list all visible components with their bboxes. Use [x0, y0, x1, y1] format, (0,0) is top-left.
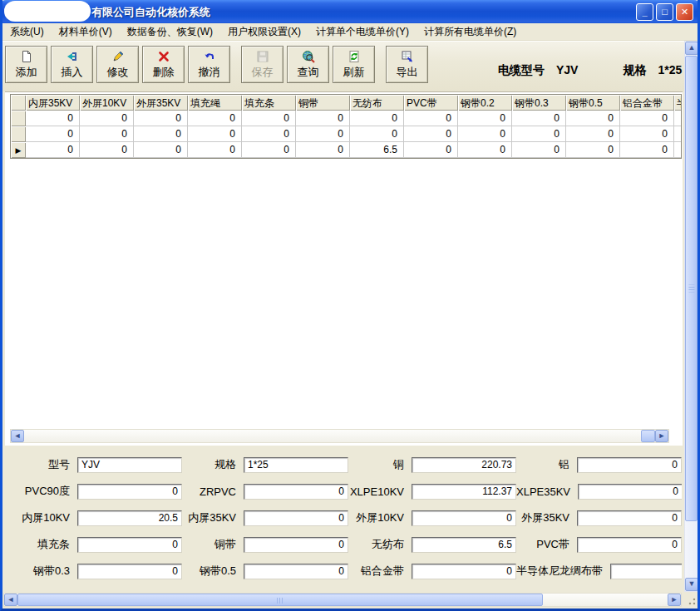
grid-cell[interactable]: 0 — [512, 126, 566, 142]
toolbar-button-modify[interactable]: 修改 — [96, 46, 139, 83]
current-row-indicator[interactable]: ▶ — [11, 142, 26, 158]
grid-cell[interactable]: 0 — [80, 126, 134, 142]
grid-column-header[interactable]: 外屏35KV — [134, 95, 188, 111]
grid-column-header[interactable]: 铝合金带 — [620, 95, 674, 111]
grid-column-header[interactable]: 铜带 — [296, 95, 350, 111]
grid-cell[interactable]: 0 — [80, 111, 134, 126]
table-row[interactable]: 000000000000 — [11, 111, 681, 126]
grid-cell[interactable]: 0 — [458, 111, 512, 126]
grid-column-header[interactable]: PVC带 — [404, 95, 458, 111]
grid-column-header[interactable]: 填充条 — [242, 95, 296, 111]
grid-cell[interactable] — [674, 142, 682, 158]
xlpe35kv-field[interactable] — [578, 484, 682, 500]
grid-hscroll-thumb[interactable] — [641, 430, 655, 442]
grid-cell[interactable]: 0 — [242, 126, 296, 142]
maximize-button[interactable]: □ — [656, 3, 673, 21]
scroll-right-icon[interactable]: ► — [668, 594, 681, 606]
grid-column-header[interactable]: 钢带0.2 — [458, 95, 512, 111]
toolbar-button-insert[interactable]: 插入 — [51, 46, 93, 83]
grid-column-header[interactable]: 半 — [674, 95, 682, 111]
grid-column-header[interactable]: 钢带0.5 — [566, 95, 620, 111]
aluminum-field[interactable] — [577, 457, 682, 473]
grid-cell[interactable]: 0 — [188, 142, 242, 158]
grid-cell[interactable]: 0 — [620, 126, 674, 142]
vertical-scrollbar[interactable]: ▲ ▼ — [684, 41, 698, 592]
form-horizontal-scrollbar[interactable]: ◄ ► — [3, 593, 682, 607]
inner-screen-10kv-field[interactable] — [77, 510, 182, 526]
grid-cell[interactable] — [674, 111, 682, 126]
close-button[interactable]: ✕ — [676, 3, 693, 21]
grid-cell[interactable]: 0 — [512, 142, 566, 158]
grid-cell[interactable]: 0 — [80, 142, 134, 158]
grid-cell[interactable] — [674, 126, 682, 142]
grid-column-header[interactable]: 无纺布 — [350, 95, 404, 111]
grid-cell[interactable]: 0 — [188, 111, 242, 126]
toolbar-button-undo[interactable]: 撤消 — [188, 46, 230, 83]
grid-cell[interactable]: 0 — [134, 142, 188, 158]
grid-corner-cell[interactable] — [11, 95, 26, 111]
menu-item[interactable]: 材料单价(V) — [52, 23, 120, 41]
grid-cell[interactable]: 0 — [26, 111, 80, 126]
grid-cell[interactable]: 0 — [620, 111, 674, 126]
grid-cell[interactable]: 0 — [566, 111, 620, 126]
grid-cell[interactable]: 0 — [26, 126, 80, 142]
grid-column-header[interactable]: 外屏10KV — [80, 95, 134, 111]
scroll-up-icon[interactable]: ▲ — [685, 42, 698, 55]
row-selector[interactable] — [11, 126, 26, 142]
grid-cell[interactable]: 0 — [458, 126, 512, 142]
toolbar-button-refresh[interactable]: 刷新 — [333, 46, 375, 83]
grid-cell[interactable]: 0 — [458, 142, 512, 158]
table-row[interactable]: ▶0000006.500000 — [11, 142, 681, 158]
grid-cell[interactable]: 0 — [404, 126, 458, 142]
menu-item[interactable]: 计算所有电缆单价(Z) — [417, 23, 524, 41]
grid-cell[interactable]: 0 — [404, 111, 458, 126]
copper-tape-field[interactable] — [244, 537, 348, 553]
grid-column-header[interactable]: 钢带0.3 — [512, 95, 566, 111]
scroll-left-icon[interactable]: ◄ — [4, 594, 17, 606]
semicon-nylon-tape-field[interactable] — [610, 564, 682, 579]
pvc90-field[interactable] — [77, 484, 182, 500]
grid-cell[interactable]: 0 — [350, 111, 404, 126]
grid-cell[interactable]: 0 — [296, 126, 350, 142]
grid-cell[interactable]: 0 — [350, 126, 404, 142]
outer-screen-35kv-field[interactable] — [577, 510, 682, 526]
scroll-left-icon[interactable]: ◄ — [11, 430, 24, 442]
grid-column-header[interactable]: 内屏35KV — [26, 95, 80, 111]
xlpe10kv-field[interactable] — [412, 484, 516, 500]
zrpvc-field[interactable] — [244, 484, 348, 500]
grid-cell[interactable]: 0 — [134, 126, 188, 142]
toolbar-button-export[interactable]: 导出 — [386, 46, 428, 83]
resize-grip[interactable] — [685, 594, 697, 606]
table-row[interactable]: 000000000000 — [11, 126, 681, 142]
grid-cell[interactable]: 0 — [26, 142, 80, 158]
steel-tape-05-field[interactable] — [244, 564, 348, 579]
grid-cell[interactable]: 0 — [188, 126, 242, 142]
row-selector[interactable] — [11, 111, 26, 126]
toolbar-button-add[interactable]: 添加 — [5, 46, 47, 83]
pvc-tape-field[interactable] — [577, 537, 682, 553]
grid-cell[interactable]: 0 — [134, 111, 188, 126]
minimize-button[interactable]: _ — [636, 3, 653, 21]
menu-item[interactable]: 数据备份、恢复(W) — [120, 23, 220, 41]
scroll-down-icon[interactable]: ▼ — [685, 578, 698, 591]
grid-cell[interactable]: 0 — [296, 111, 350, 126]
grid-cell[interactable]: 0 — [512, 111, 566, 126]
vscroll-thumb[interactable] — [685, 56, 698, 521]
menu-item[interactable]: 系统(U) — [2, 23, 52, 41]
grid-cell[interactable]: 0 — [566, 142, 620, 158]
copper-field[interactable] — [412, 457, 516, 473]
grid-cell[interactable]: 0 — [296, 142, 350, 158]
scroll-right-icon[interactable]: ► — [655, 430, 668, 442]
grid-cell[interactable]: 6.5 — [350, 142, 404, 158]
grid-column-header[interactable]: 填充绳 — [188, 95, 242, 111]
grid-horizontal-scrollbar[interactable]: ◄ ► — [10, 429, 669, 443]
grid-cell[interactable]: 0 — [620, 142, 674, 158]
grid-cell[interactable]: 0 — [242, 142, 296, 158]
toolbar-button-query[interactable]: 查询 — [287, 46, 329, 83]
grid-cell[interactable]: 0 — [404, 142, 458, 158]
filler-strip-field[interactable] — [77, 537, 182, 553]
inner-screen-35kv-field[interactable] — [244, 510, 348, 526]
spec-field[interactable] — [244, 457, 348, 473]
outer-screen-10kv-field[interactable] — [412, 510, 516, 526]
menu-item[interactable]: 用户权限设置(X) — [220, 23, 308, 41]
